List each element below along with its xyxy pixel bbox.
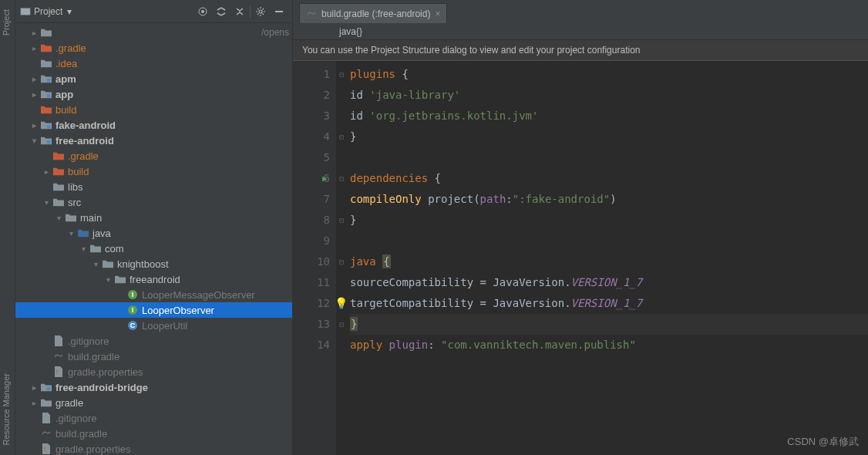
code-line[interactable]: } (350, 126, 868, 147)
chevron-icon[interactable]: ▸ (28, 399, 40, 407)
fold-mark[interactable]: ⊟ (336, 210, 347, 231)
lightbulb-icon[interactable]: 💡 (335, 293, 348, 314)
tree-item[interactable]: ▸/opens (15, 25, 292, 40)
tree-item[interactable]: CLooperUtil (15, 318, 292, 333)
code-line[interactable]: sourceCompatibility = JavaVersion.VERSIO… (350, 272, 868, 293)
fold-mark[interactable] (336, 106, 347, 126)
code-line[interactable]: apply plugin: "com.vanniktech.maven.publ… (350, 335, 868, 356)
code-content[interactable]: plugins { id 'java-library' id 'org.jetb… (347, 61, 868, 455)
chevron-icon[interactable]: ▸ (40, 167, 52, 176)
project-structure-banner[interactable]: You can use the Project Structure dialog… (293, 40, 868, 61)
fold-mark[interactable]: ⊟ (336, 168, 347, 189)
line-number[interactable]: 11 (296, 272, 330, 293)
tree-item[interactable]: libs (15, 179, 292, 194)
tree-item[interactable]: .gitignore (15, 333, 292, 349)
chevron-icon[interactable]: ▾ (52, 214, 65, 222)
collapse-icon[interactable] (231, 3, 248, 20)
fold-mark[interactable]: ⊟ (336, 314, 347, 335)
chevron-icon[interactable]: ▸ (28, 90, 40, 99)
chevron-icon[interactable]: ▸ (28, 44, 40, 52)
code-line[interactable]: } (350, 314, 868, 335)
project-tree[interactable]: ▸/opens▸.gradle.idea▸apm▸appbuild▸fake-a… (15, 23, 292, 455)
line-number[interactable]: 4 (296, 126, 330, 147)
line-number[interactable]: 6 (296, 168, 330, 189)
code-line[interactable]: plugins { (350, 64, 868, 85)
code-line[interactable] (350, 147, 868, 168)
tree-item[interactable]: ▸.gradle (15, 40, 292, 56)
tree-item[interactable]: ▸build (15, 163, 292, 179)
tree-item[interactable]: ▾com (15, 241, 292, 256)
tree-item[interactable]: ▾main (15, 210, 292, 225)
target-icon[interactable] (194, 3, 211, 20)
line-number[interactable]: 7 (296, 189, 330, 210)
chevron-icon[interactable]: ▾ (102, 275, 114, 284)
code-line[interactable]: 💡 targetCompatibility = JavaVersion.VERS… (350, 293, 868, 314)
tree-item[interactable]: ▾free-android (15, 133, 292, 148)
fold-mark[interactable] (336, 231, 347, 251)
code-line[interactable]: dependencies { (350, 168, 868, 189)
tree-item[interactable]: ▸gradle (15, 395, 292, 410)
tree-item[interactable]: gradle.properties (15, 364, 292, 379)
fold-mark[interactable] (336, 189, 347, 210)
fold-mark[interactable]: ⊟ (336, 251, 347, 272)
project-view-selector[interactable]: Project ▾ (20, 6, 191, 17)
close-icon[interactable]: × (435, 8, 440, 19)
fold-mark[interactable]: ⊟ (336, 126, 347, 147)
tree-item[interactable]: .gitignore (15, 410, 292, 426)
chevron-icon[interactable]: ▾ (89, 260, 102, 268)
line-number[interactable]: 2 (296, 85, 330, 106)
line-number[interactable]: 1 (296, 64, 330, 85)
chevron-icon[interactable]: ▾ (77, 244, 89, 253)
line-number[interactable]: 13 (296, 314, 330, 335)
fold-mark[interactable]: ⊟ (336, 64, 347, 85)
tree-item[interactable]: .gradle (15, 148, 292, 163)
tree-item[interactable]: ▸apm (15, 71, 292, 86)
expand-icon[interactable] (213, 3, 230, 20)
line-number[interactable]: 3 (296, 106, 330, 126)
code-line[interactable]: id 'java-library' (350, 85, 868, 106)
chevron-icon[interactable]: ▸ (28, 383, 40, 392)
code-line[interactable]: } (350, 210, 868, 231)
tab-build-gradle[interactable]: build.gradle (:free-android) × (299, 3, 447, 23)
tree-item[interactable]: build.gradle (15, 349, 292, 364)
line-number[interactable]: 9 (296, 231, 330, 251)
breadcrumb[interactable]: java{} (293, 23, 868, 40)
code-line[interactable] (350, 231, 868, 251)
gear-icon[interactable] (252, 3, 269, 20)
tree-item[interactable]: gradle.properties (15, 441, 292, 455)
tree-item[interactable]: ILooperMessageObserver (15, 287, 292, 302)
line-number[interactable]: 10 (296, 251, 330, 272)
tree-item[interactable]: ▸app (15, 86, 292, 102)
line-number[interactable]: 8 (296, 210, 330, 231)
tree-item[interactable]: .idea (15, 56, 292, 71)
tree-item[interactable]: ▸free-android-bridge (15, 379, 292, 395)
chevron-icon[interactable]: ▾ (40, 198, 52, 207)
fold-column[interactable]: ⊟⊟⊟⊟⊟⊟ (336, 61, 347, 455)
tree-item[interactable]: ▾src (15, 194, 292, 210)
chevron-icon[interactable]: ▾ (28, 136, 40, 145)
code-line[interactable]: id 'org.jetbrains.kotlin.jvm' (350, 106, 868, 126)
chevron-icon[interactable]: ▾ (65, 229, 77, 238)
line-number[interactable]: 14 (296, 335, 330, 356)
chevron-icon[interactable]: ▸ (28, 75, 40, 83)
tree-item[interactable]: ▸fake-android (15, 117, 292, 133)
chevron-icon[interactable]: ▸ (28, 29, 40, 37)
code-editor[interactable]: 1234567891011121314 ⊟⊟⊟⊟⊟⊟ plugins { id … (293, 61, 868, 455)
line-number[interactable]: 5 (296, 147, 330, 168)
tree-item[interactable]: build (15, 102, 292, 117)
hide-icon[interactable] (271, 3, 288, 20)
code-line[interactable]: java { (350, 251, 868, 272)
tree-item[interactable]: ▾knightboost (15, 256, 292, 271)
line-number[interactable]: 12 (296, 293, 330, 314)
rail-project[interactable]: Project (0, 6, 15, 39)
tree-item[interactable]: ▾java (15, 225, 292, 241)
tree-item[interactable]: build.gradle (15, 426, 292, 441)
tree-item[interactable]: ▾freeandroid (15, 271, 292, 287)
fold-mark[interactable] (336, 335, 347, 356)
fold-mark[interactable] (336, 147, 347, 168)
rail-resource-manager[interactable]: Resource Manager (0, 370, 15, 449)
chevron-icon[interactable]: ▸ (28, 121, 40, 130)
fold-mark[interactable] (336, 272, 347, 293)
code-line[interactable]: compileOnly project(path:":fake-android"… (350, 189, 868, 210)
tree-item[interactable]: ILooperObserver (15, 302, 292, 318)
